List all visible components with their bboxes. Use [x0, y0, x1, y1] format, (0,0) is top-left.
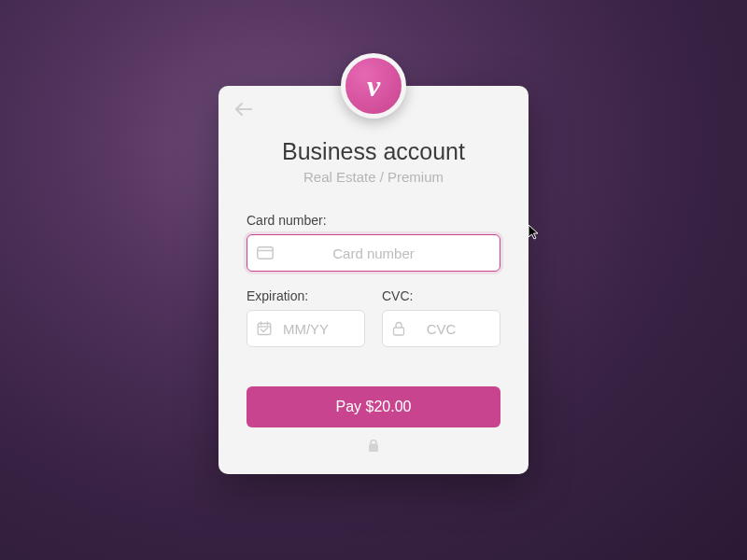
mouse-cursor	[528, 224, 541, 245]
svg-rect-7	[369, 444, 378, 452]
cvc-input-wrap[interactable]	[382, 310, 500, 347]
card-number-group: Card number:	[247, 213, 500, 272]
expiration-input[interactable]	[281, 311, 364, 346]
cvc-group: CVC:	[382, 288, 500, 347]
brand-letter: v	[367, 69, 380, 104]
svg-rect-6	[394, 328, 404, 335]
expiration-input-wrap[interactable]	[247, 310, 365, 347]
brand-logo: v	[341, 53, 406, 119]
secure-lock-icon	[247, 439, 500, 457]
svg-rect-0	[258, 247, 273, 259]
card-number-label: Card number:	[247, 213, 500, 228]
expiration-group: Expiration:	[247, 288, 365, 347]
page-title: Business account	[247, 138, 500, 165]
svg-rect-2	[258, 324, 271, 335]
cvc-label: CVC:	[382, 288, 500, 303]
calendar-icon	[257, 321, 272, 336]
expiration-label: Expiration:	[247, 288, 365, 303]
page-subtitle: Real Estate / Premium	[247, 169, 500, 185]
lock-icon	[392, 321, 405, 336]
card-number-input-wrap[interactable]	[247, 234, 500, 272]
cvc-input[interactable]	[416, 311, 500, 346]
credit-card-icon	[257, 246, 274, 259]
card-number-input[interactable]	[281, 235, 500, 271]
payment-card: v Business account Real Estate / Premium…	[218, 86, 529, 474]
pay-button[interactable]: Pay $20.00	[247, 386, 500, 427]
back-button[interactable]	[235, 103, 252, 119]
